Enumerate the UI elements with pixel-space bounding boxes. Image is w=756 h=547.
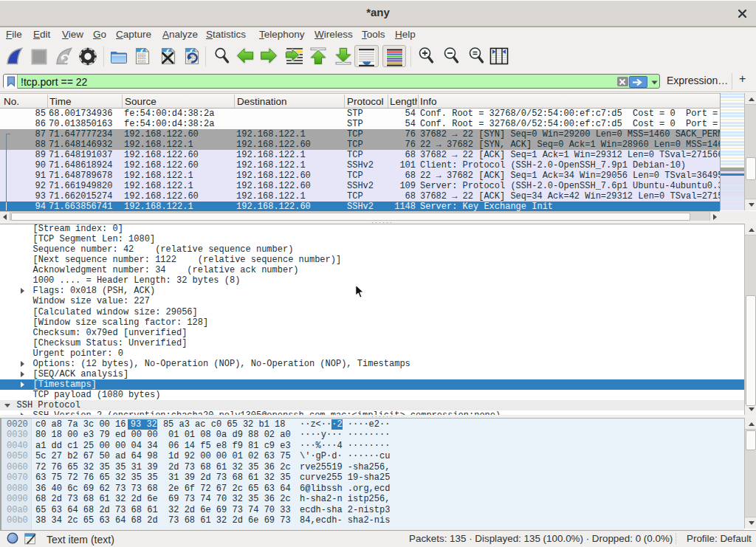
svg-text:0101: 0101 bbox=[138, 60, 146, 63]
